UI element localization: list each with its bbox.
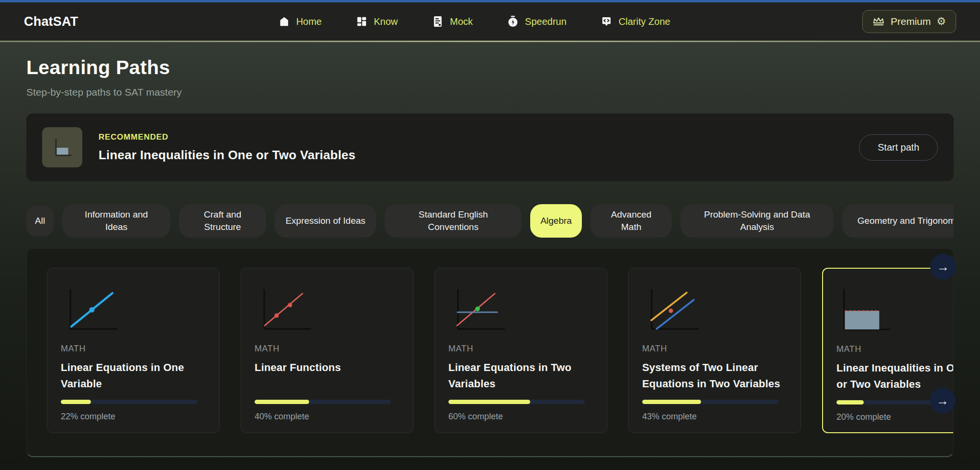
red-trend-line-two-points-icon (256, 285, 318, 337)
card-progress-label: 20% complete (836, 412, 954, 422)
nav-item-label: Speedrun (525, 16, 567, 27)
progress-fill (642, 400, 701, 404)
progress-fill (61, 400, 91, 404)
filter-chip-advanced-math[interactable]: Advanced Math (590, 204, 672, 238)
recommended-thumbnail (42, 127, 82, 167)
card-category: MATH (448, 344, 593, 354)
filter-chip-information-and-ideas[interactable]: Information and Ideas (62, 204, 170, 238)
filter-chip-algebra[interactable]: Algebra (530, 204, 582, 238)
crown-icon (872, 16, 885, 27)
scroll-cards-right-button[interactable]: → (930, 388, 956, 414)
nav-glow-divider (0, 41, 980, 42)
course-cards-panel: MATH Linear Equations in One Variable 22… (26, 248, 954, 457)
parallel-lines-red-point-icon (643, 285, 705, 337)
premium-label: Premium (891, 16, 931, 27)
card-title: Systems of Two Linear Equations in Two V… (642, 360, 787, 393)
premium-button[interactable]: Premium ⚙ (862, 10, 956, 33)
arrow-right-icon: → (937, 260, 949, 274)
filter-chip-standard-english-conventions[interactable]: Standard English Conventions (385, 204, 522, 238)
nav-item-know[interactable]: Know (356, 16, 398, 27)
recommended-banner[interactable]: RECOMMENDED Linear Inequalities in One o… (26, 113, 954, 181)
app-logo[interactable]: ChatSAT (24, 14, 78, 29)
card-progress-label: 43% complete (642, 412, 787, 422)
course-card-linear-equations-one-variable[interactable]: MATH Linear Equations in One Variable 22… (47, 268, 220, 433)
filter-chip-geometry-trigonometry[interactable]: Geometry and Trigonometry (842, 204, 954, 238)
filter-chips-row: All Information and Ideas Craft and Stru… (26, 204, 954, 238)
filter-chip-expression-of-ideas[interactable]: Expression of Ideas (275, 204, 376, 238)
content: Learning Paths Step-by-step paths to SAT… (0, 56, 980, 457)
arrow-right-icon: → (936, 393, 949, 408)
progress-fill (448, 400, 530, 404)
page-subtitle: Step-by-step paths to SAT mastery (26, 87, 954, 98)
recommended-text: RECOMMENDED Linear Inequalities in One o… (99, 132, 356, 163)
main-nav: Home Know Mock (278, 2, 670, 41)
filter-chip-all[interactable]: All (26, 206, 54, 236)
shaded-inequality-region-icon (837, 286, 900, 338)
crossing-lines-green-point-icon (449, 285, 512, 337)
card-category: MATH (836, 344, 954, 354)
card-progress-label: 22% complete (61, 412, 206, 422)
nav-item-mock[interactable]: Mock (432, 16, 473, 27)
recommended-badge: RECOMMENDED (99, 132, 356, 142)
course-card-linear-equations-two-variables[interactable]: MATH Linear Equations in Two Variables 6… (434, 268, 607, 433)
nav-item-label: Home (296, 16, 322, 27)
nav-item-label: Mock (450, 16, 473, 27)
grid-icon (356, 16, 368, 27)
filter-chip-problem-solving-data-analysis[interactable]: Problem-Solving and Data Analysis (680, 204, 834, 238)
nav-item-home[interactable]: Home (278, 16, 322, 27)
card-progress-label: 60% complete (448, 412, 593, 422)
progress-fill (255, 400, 309, 404)
stopwatch-icon (507, 16, 519, 27)
home-icon (278, 16, 290, 27)
inequality-region-chart-icon (50, 135, 75, 160)
chat-code-icon (601, 16, 612, 27)
start-path-button[interactable]: Start path (859, 134, 938, 161)
course-card-linear-functions[interactable]: MATH Linear Functions 40% complete (241, 268, 413, 433)
blue-line-with-point-icon (62, 285, 124, 337)
card-title: Linear Inequalities in One or Two Variab… (836, 360, 954, 393)
nav-item-clarity-zone[interactable]: Clarity Zone (601, 16, 670, 27)
progress-bar (255, 400, 391, 404)
navbar: ChatSAT Home Know Mock (0, 2, 980, 41)
progress-bar (61, 400, 197, 404)
card-category: MATH (61, 344, 206, 354)
card-category: MATH (255, 344, 400, 354)
progress-bar (448, 400, 585, 404)
nav-item-label: Know (374, 16, 398, 27)
card-category: MATH (642, 344, 787, 354)
document-icon (432, 16, 444, 27)
recommended-title: Linear Inequalities in One or Two Variab… (99, 148, 356, 163)
page-title: Learning Paths (26, 56, 954, 79)
filter-chip-craft-and-structure[interactable]: Craft and Structure (179, 204, 266, 238)
card-title: Linear Functions (255, 360, 400, 393)
card-title: Linear Equations in One Variable (61, 360, 206, 393)
course-card-systems-two-linear-equations[interactable]: MATH Systems of Two Linear Equations in … (628, 268, 801, 433)
nav-item-label: Clarity Zone (619, 16, 670, 27)
gear-icon[interactable]: ⚙ (936, 16, 946, 27)
card-title: Linear Equations in Two Variables (448, 360, 593, 393)
scroll-filters-right-button[interactable]: → (930, 254, 956, 280)
progress-fill (836, 400, 864, 404)
card-progress-label: 40% complete (255, 412, 400, 422)
progress-bar (642, 400, 779, 404)
nav-item-speedrun[interactable]: Speedrun (507, 16, 567, 27)
